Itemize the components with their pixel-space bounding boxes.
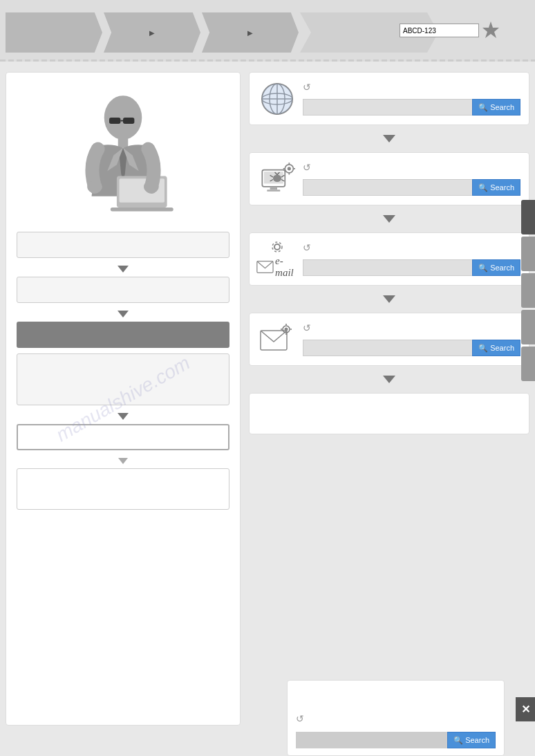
nav-search-area — [400, 21, 500, 40]
email-label-text: e-mail — [275, 255, 297, 279]
svg-point-12 — [87, 181, 102, 193]
dropdown-arrow-3 — [17, 411, 229, 422]
search-button-internet[interactable]: 🔍 Search — [472, 99, 520, 116]
svg-rect-3 — [123, 118, 134, 124]
field-group-1 — [17, 232, 229, 258]
left-panel: manualshive.com — [6, 72, 241, 726]
sidebar-tab-3[interactable] — [521, 273, 535, 308]
search-btn-icon-3: 🔍 — [478, 264, 488, 273]
email-card-icon: e-mail — [258, 240, 296, 278]
nav-step-1[interactable] — [6, 12, 102, 53]
bottom-search-card: ↺ 🔍 Search — [287, 680, 505, 756]
play-icon-2: ▶ — [247, 29, 253, 37]
search-btn-icon-4: 🔍 — [478, 344, 488, 353]
gear-icon — [270, 240, 284, 254]
envelope-gear-card-icon — [258, 320, 296, 358]
search-card-email: e-mail ↺ 🔍 Search — [249, 232, 529, 286]
search-button-email[interactable]: 🔍 Search — [472, 259, 520, 276]
nav-search-input[interactable] — [400, 24, 479, 37]
svg-point-37 — [274, 244, 280, 250]
dropdown-arrow-1 — [17, 264, 229, 275]
right-sidebar — [521, 200, 535, 381]
search-card-virus: ↺ 🔍 Search — [249, 152, 529, 205]
sidebar-tab-1[interactable] — [521, 200, 535, 234]
svg-point-1 — [104, 95, 142, 140]
search-button-envelope[interactable]: 🔍 Search — [472, 340, 520, 356]
nav-step-2[interactable]: ▶ — [104, 12, 200, 53]
search-input-internet[interactable] — [303, 99, 472, 116]
svg-point-24 — [272, 174, 281, 181]
refresh-icon-2[interactable]: ↺ — [303, 162, 311, 173]
sidebar-tab-4[interactable] — [521, 310, 535, 344]
outline-arrow-1 — [17, 456, 229, 466]
search-card-envelope: ↺ 🔍 Search — [249, 313, 529, 366]
email-card-content: ↺ 🔍 Search — [303, 242, 520, 276]
search-button-bottom[interactable]: 🔍 Search — [447, 732, 496, 748]
search-btn-icon-bottom: 🔍 — [453, 736, 463, 745]
nav-step-3[interactable]: ▶ — [202, 12, 299, 53]
internet-card-content: ↺ 🔍 Search — [303, 82, 520, 116]
card-arrow-4 — [249, 376, 529, 383]
globe-card-icon — [258, 80, 296, 118]
svg-rect-2 — [109, 118, 120, 124]
svg-rect-5 — [118, 138, 129, 148]
search-card-blank — [249, 393, 529, 434]
bottom-search-container: ↺ 🔍 Search — [287, 680, 505, 756]
play-icon-1: ▶ — [149, 29, 155, 37]
envelope-card-content: ↺ 🔍 Search — [303, 322, 520, 356]
globe-icon — [259, 81, 295, 117]
virus-card-icon — [258, 160, 296, 198]
search-input-envelope[interactable] — [303, 340, 472, 356]
search-bar-2: 🔍 Search — [303, 179, 520, 196]
search-card-internet: ↺ 🔍 Search — [249, 72, 529, 125]
text-area-1[interactable] — [17, 353, 229, 405]
svg-point-13 — [144, 181, 159, 193]
email-icon-area: e-mail — [256, 240, 297, 279]
envelope-gear-icon — [260, 322, 294, 353]
envelope-icon — [256, 259, 274, 275]
refresh-icon-1[interactable]: ↺ — [303, 82, 311, 93]
search-input-bottom[interactable] — [296, 732, 447, 748]
svg-rect-22 — [270, 186, 276, 189]
bottom-search-bar: 🔍 Search — [296, 732, 496, 748]
svg-rect-23 — [267, 190, 280, 192]
virus-card-content: ↺ 🔍 Search — [303, 162, 520, 196]
svg-point-19 — [262, 84, 292, 114]
field-group-3 — [17, 424, 229, 450]
card-arrow-3 — [249, 295, 529, 303]
right-panel: ↺ 🔍 Search — [249, 72, 529, 726]
card-arrow-1 — [249, 135, 529, 142]
top-navigation: ▶ ▶ — [0, 0, 535, 62]
left-input-2[interactable] — [17, 277, 229, 303]
search-bar-4: 🔍 Search — [303, 340, 520, 356]
outline-input-1[interactable] — [17, 424, 229, 450]
field-group-2 — [17, 277, 229, 303]
search-input-virus[interactable] — [303, 179, 472, 196]
hacker-illustration — [54, 83, 192, 221]
sidebar-tab-2[interactable] — [521, 237, 535, 271]
svg-point-42 — [284, 328, 288, 331]
svg-rect-11 — [111, 208, 173, 211]
card-arrow-2 — [249, 215, 529, 223]
search-button-virus[interactable]: 🔍 Search — [472, 179, 520, 196]
dropdown-arrow-2 — [17, 308, 229, 320]
refresh-icon-bottom[interactable]: ↺ — [296, 713, 304, 724]
close-button[interactable]: ✕ — [516, 697, 535, 721]
search-btn-icon-2: 🔍 — [478, 183, 488, 192]
search-btn-icon-1: 🔍 — [478, 103, 488, 112]
search-input-email[interactable] — [303, 259, 472, 276]
search-bar-3: 🔍 Search — [303, 259, 520, 276]
starburst-icon[interactable] — [481, 21, 500, 40]
sidebar-tab-5[interactable] — [521, 347, 535, 381]
refresh-icon-4[interactable]: ↺ — [303, 322, 311, 333]
left-input-1[interactable] — [17, 232, 229, 258]
close-icon: ✕ — [521, 703, 530, 716]
search-bar-1: 🔍 Search — [303, 99, 520, 116]
bottom-text-box — [17, 468, 229, 510]
refresh-icon-3[interactable]: ↺ — [303, 242, 311, 253]
hacker-figure — [47, 83, 199, 221]
svg-point-32 — [287, 167, 290, 170]
computer-virus-icon — [259, 163, 295, 196]
dark-header-bar — [17, 322, 229, 348]
svg-marker-0 — [482, 21, 499, 38]
